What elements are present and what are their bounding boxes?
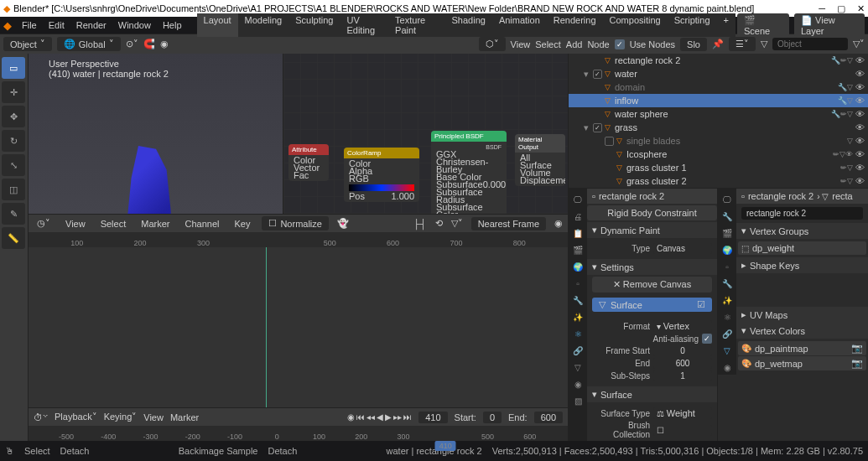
tab-world-icon[interactable]: 🌍 xyxy=(570,259,585,274)
3d-viewport[interactable]: User Perspective (410) water | rectangle… xyxy=(29,54,568,214)
tab-viewlayer-icon[interactable]: 📋 xyxy=(570,225,585,241)
tab-shading[interactable]: Shading xyxy=(445,13,492,37)
tab-sculpting[interactable]: Sculpting xyxy=(288,13,340,37)
outliner-row[interactable]: ▽Icosphere✏▽👁👁 xyxy=(569,148,868,161)
bc-name[interactable]: rectangle rock 2 xyxy=(599,191,664,201)
r-tab-mod-icon[interactable]: 🔧 xyxy=(720,276,735,291)
brush-collection[interactable]: ☐ xyxy=(653,425,712,436)
ds-view[interactable]: View xyxy=(62,218,89,230)
pb-view[interactable]: View xyxy=(143,412,164,422)
dynpaint-header[interactable]: ▾ Dynamic Paint xyxy=(587,222,717,238)
r-tab-world-icon[interactable]: 🌍 xyxy=(720,242,735,257)
tab-physics-icon[interactable]: ⚛ xyxy=(570,326,585,341)
menu-help[interactable]: Help xyxy=(158,18,187,32)
vcolors-header[interactable]: ▾ Vertex Colors xyxy=(736,323,868,339)
autokey-icon[interactable]: ◉ xyxy=(347,412,355,422)
remove-canvas-btn[interactable]: ✕ Remove Canvas xyxy=(592,277,712,293)
menu-edit[interactable]: Edit xyxy=(44,18,70,32)
surface-header[interactable]: ▾ Surface xyxy=(587,386,717,402)
outliner-row[interactable]: ▽grass cluster 2✏▽👁 xyxy=(569,174,868,188)
move-tool[interactable]: ✥ xyxy=(2,106,25,127)
r-tab-mat-icon[interactable]: ◉ xyxy=(720,360,735,375)
vcolor-item[interactable]: 🎨 dp_paintmap 📷 xyxy=(738,341,866,355)
snap-icon[interactable]: 🧲 xyxy=(143,39,155,49)
ds-marker[interactable]: Marker xyxy=(138,218,173,230)
outliner-row[interactable]: ▽grass cluster 1✏▽👁 xyxy=(569,161,868,174)
pb-marker[interactable]: Marker xyxy=(170,412,199,422)
node-menu-node[interactable]: Node xyxy=(587,39,609,49)
slot-select[interactable]: Slo xyxy=(680,38,707,51)
r-tab-tool-icon[interactable]: 🔧 xyxy=(720,209,735,224)
mode-select[interactable]: Object ˅ xyxy=(3,37,52,51)
outliner[interactable]: ▽rectangle rock 2🔧✏▽👁▾▽water👁▽domain🔧▽👁▽… xyxy=(569,54,868,188)
auto-icon[interactable]: ⟲ xyxy=(435,218,443,229)
outliner-row[interactable]: ▽domain🔧▽👁 xyxy=(569,80,868,94)
cursor-tool[interactable]: ✛ xyxy=(2,81,25,103)
filter-icon[interactable]: ▽ xyxy=(761,39,767,49)
playhead[interactable] xyxy=(266,247,267,407)
tab-object-icon[interactable]: ▫ xyxy=(570,276,585,291)
tab-texture[interactable]: Texture Paint xyxy=(388,13,444,37)
tab-constraint-icon[interactable]: 🔗 xyxy=(570,343,585,358)
aa-check[interactable]: ✓ xyxy=(702,334,712,344)
node-editor[interactable]: Attribute Color Vector Fac ColorRamp Col… xyxy=(283,54,568,214)
shapekeys-header[interactable]: ▸ Shape Keys xyxy=(736,257,868,273)
r-tab-const-icon[interactable]: 🔗 xyxy=(720,326,735,341)
outliner-row[interactable]: ▽single blades▽👁 xyxy=(569,134,868,148)
pb-keying[interactable]: Keying˅ xyxy=(104,412,138,422)
vgroup-item[interactable]: ⬚ dp_weight xyxy=(738,241,866,255)
orientation-select[interactable]: 🌐 Global ˅ xyxy=(57,37,121,51)
node-menu-add[interactable]: Add xyxy=(566,39,583,49)
outliner-row[interactable]: ▽water sphere🔧✏▽👁 xyxy=(569,107,868,121)
tab-layout[interactable]: Layout xyxy=(197,13,238,37)
scene-selector[interactable]: 🎬 Scene xyxy=(737,13,789,38)
r-tab-phys-icon[interactable]: ⚛ xyxy=(720,309,735,324)
tab-render-icon[interactable]: 🖵 xyxy=(570,192,585,207)
annotate-tool[interactable]: ✎ xyxy=(2,203,25,225)
proportional-icon[interactable]: ◉ xyxy=(554,218,563,229)
tab-uv[interactable]: UV Editing xyxy=(340,13,388,37)
r-tab-scene-icon[interactable]: 🎬 xyxy=(720,225,735,241)
play-rev-icon[interactable]: ◀ xyxy=(377,412,383,422)
node-principled-bsdf[interactable]: Principled BSDF BSDF GGX Christensen-Bur… xyxy=(431,131,507,214)
timeline-ruler-top[interactable]: 100200300 410 500600700800 xyxy=(29,232,568,247)
ds-editor-icon[interactable]: ◷˅ xyxy=(34,217,54,230)
menu-render[interactable]: Render xyxy=(71,18,112,32)
next-key-icon[interactable]: ▸▸ xyxy=(393,412,402,422)
pin-icon[interactable]: 📌 xyxy=(712,39,724,49)
scale-tool[interactable]: ⤡ xyxy=(2,154,25,176)
prev-key-icon[interactable]: ◂◂ xyxy=(366,412,375,422)
node-menu-select[interactable]: Select xyxy=(535,39,561,49)
tab-material-icon[interactable]: ◉ xyxy=(570,376,585,391)
tab-scene-icon[interactable]: 🎬 xyxy=(570,242,585,257)
current-frame[interactable]: 410 xyxy=(418,412,447,423)
start-frame[interactable]: 0 xyxy=(483,412,502,423)
substeps-field[interactable]: 1 xyxy=(653,370,712,381)
select-tool[interactable]: ▭ xyxy=(2,57,25,79)
node-colorramp[interactable]: ColorRamp Color Alpha RGB Pos1.000 xyxy=(344,148,419,202)
viewlayer-selector[interactable]: 📄 View Layer xyxy=(794,13,865,38)
node-menu-view[interactable]: View xyxy=(511,39,531,49)
cursor-x-icon[interactable]: ├┤ xyxy=(413,219,427,229)
surface-select[interactable]: ▽ Surface ☑ xyxy=(592,298,712,312)
timeline-track[interactable] xyxy=(29,247,568,407)
normalize-btn[interactable]: ☐ Normalize xyxy=(262,216,329,230)
outliner-row[interactable]: ▽rectangle rock 2🔧✏▽👁 xyxy=(569,54,868,67)
r-tab-part-icon[interactable]: ✨ xyxy=(720,293,735,308)
r-tab-render-icon[interactable]: 🖵 xyxy=(720,192,735,207)
tab-modeling[interactable]: Modeling xyxy=(238,13,289,37)
tab-animation[interactable]: Animation xyxy=(492,13,547,37)
use-nodes-check[interactable]: ✓ xyxy=(615,39,625,49)
end-frame[interactable]: 600 xyxy=(534,412,563,423)
mesh-name-field[interactable] xyxy=(741,207,863,220)
format-select[interactable]: ▾ Vertex xyxy=(653,320,712,332)
timeline-ruler-bottom[interactable]: -500-400-300 -200-1000 100200300 410 500… xyxy=(29,426,568,441)
pb-playback[interactable]: Playback˅ xyxy=(55,412,97,422)
ds-select[interactable]: Select xyxy=(97,218,130,230)
outliner-row[interactable]: ▽inflow🔧▽👁 xyxy=(569,94,868,107)
editor-type[interactable]: ⬡˅ xyxy=(479,37,506,51)
tab-texture-icon[interactable]: ▨ xyxy=(570,393,585,408)
stype-select[interactable]: ⚖ Weight xyxy=(653,407,712,419)
snap-mode[interactable]: Nearest Frame xyxy=(471,217,546,230)
ghost-icon[interactable]: 👻 xyxy=(337,218,349,229)
